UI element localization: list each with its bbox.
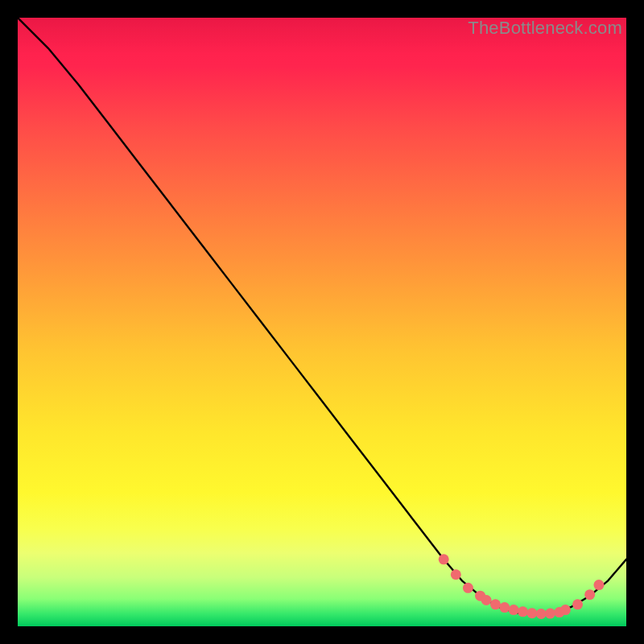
watermark-text: TheBottleneck.com (468, 18, 622, 39)
data-point (545, 609, 555, 619)
chart-stage: TheBottleneck.com (0, 0, 644, 644)
data-point (439, 554, 449, 564)
data-point (593, 580, 604, 590)
data-point (536, 609, 547, 619)
data-point (499, 602, 510, 613)
data-point (572, 599, 583, 609)
data-point (481, 595, 492, 605)
data-point (526, 608, 537, 618)
data-point (584, 589, 595, 600)
data-point (509, 605, 519, 615)
data-point (518, 606, 528, 617)
data-point (451, 569, 461, 580)
data-point (490, 599, 501, 609)
plot-area: TheBottleneck.com (18, 18, 626, 626)
data-point (463, 583, 473, 593)
svg-rect-1 (18, 18, 626, 626)
chart-svg (18, 18, 626, 626)
data-point (560, 605, 571, 615)
